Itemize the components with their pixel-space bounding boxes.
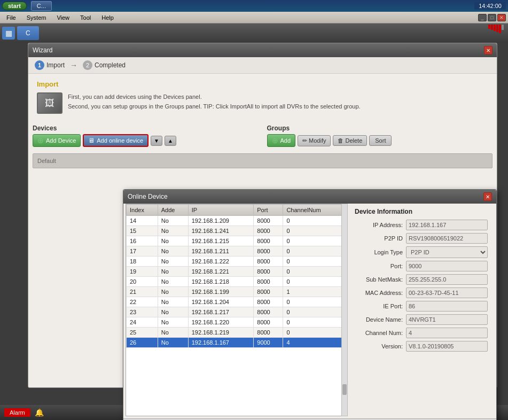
online-device-modal: Online Device ✕ Index Adde IP Port Chann… [123,189,497,420]
cell-index: 17 [127,246,158,256]
table-row[interactable]: 19 No 192.168.1.221 8000 0 [127,267,344,277]
arrow-down-button[interactable]: ▼ [151,136,162,146]
info-value-subnet[interactable] [406,274,488,285]
info-value-devname[interactable] [406,314,488,325]
info-login-select-wrapper: P2P ID IP [406,246,488,258]
online-device-close-button[interactable]: ✕ [483,192,492,201]
info-value-channum[interactable] [406,328,488,338]
signal-bars [488,25,504,33]
cell-ip: 192.168.1.199 [188,287,254,297]
start-button[interactable]: start [2,2,27,10]
cell-port: 8000 [254,216,283,226]
cell-added: No [158,236,188,246]
cell-added: No [158,297,188,307]
cell-added: No [158,328,188,338]
devices-panel: Devices ⊕ Add Device 🖥 Add online device… [33,125,259,149]
minimize-button[interactable]: _ [478,14,487,21]
devices-groups-row: Devices ⊕ Add Device 🖥 Add online device… [28,125,497,149]
col-ip: IP [188,205,254,216]
alarm-badge: Alarm [4,408,30,417]
cell-port: 9000 [254,338,283,348]
taskbar-app-label: C... [37,3,46,9]
cell-ip: 192.168.1.220 [188,317,254,328]
devices-title: Devices [33,125,259,132]
cell-added: No [158,277,188,287]
cell-ip: 192.168.1.211 [188,246,254,256]
info-label-channum: Channel Num: [355,330,403,336]
menu-view[interactable]: View [52,13,74,22]
cell-channels: 0 [283,328,344,338]
delete-button[interactable]: 🗑 Delete [333,135,367,146]
info-value-p2p[interactable] [406,233,488,244]
info-value-mac[interactable] [406,287,488,298]
cell-channels: 0 [283,216,344,226]
table-row[interactable]: 15 No 192.168.1.241 8000 0 [127,226,344,236]
cell-ip: 192.168.1.218 [188,277,254,287]
add-device-button[interactable]: ⊕ Add Device [33,134,81,147]
app-tab[interactable]: C [17,26,39,40]
table-row[interactable]: 22 No 192.168.1.204 8000 0 [127,297,344,307]
step-2-label: Completed [95,61,126,69]
groups-panel: Groups ⊕ Add ✏ Modify 🗑 Delete Sort [267,125,493,149]
cell-port: 8000 [254,246,283,256]
cell-added: No [158,246,188,256]
cell-port: 8000 [254,317,283,328]
cell-added: No [158,216,188,226]
table-row[interactable]: 21 No 192.168.1.199 8000 1 [127,287,344,297]
cell-ip: 192.168.1.209 [188,216,254,226]
add-plus-icon: ⊕ [272,136,278,145]
taskbar-app-item[interactable]: C... [31,1,52,11]
info-value-ie[interactable] [406,301,488,312]
table-row[interactable]: 25 No 192.168.1.219 8000 0 [127,328,344,338]
modify-button[interactable]: ✏ Modify [298,135,331,146]
cell-added: No [158,267,188,277]
cell-added: No [158,256,188,267]
info-value-version[interactable] [406,341,488,352]
table-row[interactable]: 18 No 192.168.1.222 8000 0 [127,256,344,267]
device-table-scroll[interactable]: Index Adde IP Port ChannelNum 14 No 192.… [126,204,344,416]
info-value-ip[interactable] [406,220,488,230]
table-row[interactable]: 17 No 192.168.1.211 8000 0 [127,246,344,256]
cell-ip: 192.168.1.221 [188,267,254,277]
sort-button[interactable]: Sort [369,135,392,146]
restore-button[interactable]: □ [488,14,496,21]
cell-added: No [158,338,188,348]
plus-icon: ⊕ [37,136,44,145]
step-2-badge: 2 [83,60,92,70]
device-table: Index Adde IP Port ChannelNum 14 No 192.… [126,204,344,348]
info-row-port: Port: [355,261,488,271]
table-row[interactable]: 26 No 192.168.1.167 9000 4 [127,338,344,348]
group-placeholder: Default [33,153,493,168]
cell-port: 8000 [254,226,283,236]
step-1-label: Import [46,61,65,69]
table-row[interactable]: 20 No 192.168.1.218 8000 0 [127,277,344,287]
table-row[interactable]: 14 No 192.168.1.209 8000 0 [127,216,344,226]
cell-ip: 192.168.1.222 [188,256,254,267]
menu-help[interactable]: Help [97,13,118,22]
info-row-devname: Device Name: [355,314,488,325]
table-scrollbar[interactable] [341,204,348,416]
table-row[interactable]: 16 No 192.168.1.215 8000 0 [127,236,344,246]
menu-system[interactable]: System [22,13,51,22]
import-icon: 🖼 [37,92,62,114]
arrow-up-button[interactable]: ▲ [165,136,176,146]
monitor-icon: 🖥 [88,137,95,144]
table-row[interactable]: 23 No 192.168.1.217 8000 0 [127,307,344,317]
add-online-device-button[interactable]: 🖥 Add online device [83,134,149,147]
info-row-login: Login Type P2P ID IP [355,246,488,258]
wizard-close-button[interactable]: ✕ [484,46,493,55]
info-value-login[interactable]: P2P ID IP [406,246,488,258]
menu-tool[interactable]: Tool [76,13,95,22]
cell-channels: 0 [283,277,344,287]
trash-icon: 🗑 [338,137,343,144]
cell-ip: 192.168.1.204 [188,297,254,307]
table-row[interactable]: 24 No 192.168.1.220 8000 0 [127,317,344,328]
menu-file[interactable]: File [2,13,20,22]
info-value-port[interactable] [406,261,488,271]
device-info-title: Device Information [355,208,488,215]
add-group-button[interactable]: ⊕ Add [267,134,296,147]
cell-channels: 4 [283,338,344,348]
cell-channels: 0 [283,226,344,236]
cell-added: No [158,307,188,317]
close-button[interactable]: ✕ [497,14,506,21]
